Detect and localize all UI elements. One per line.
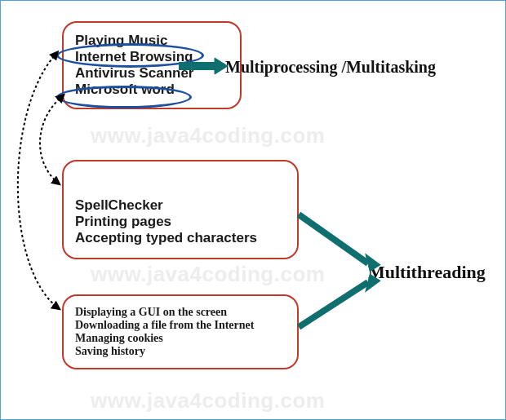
- thread-item: Accepting typed characters: [75, 230, 286, 246]
- watermark-text: www.java4coding.com: [91, 262, 325, 287]
- process-multitasking-box: Playing Music Internet Browsing Antiviru…: [62, 21, 242, 109]
- process-item: Microsoft word: [75, 82, 229, 98]
- arrow-box2-to-multithreading: [299, 214, 368, 263]
- arrow-box3-to-multithreading: [299, 282, 368, 327]
- thread-item: Managing cookies: [75, 332, 286, 345]
- thread-item: Downloading a file from the Internet: [75, 319, 286, 332]
- thread-item: Saving history: [75, 345, 286, 358]
- watermark-text: www.java4coding.com: [91, 388, 325, 413]
- dotted-arrow-word-to-box2: [40, 99, 60, 184]
- process-item: Internet Browsing: [75, 49, 229, 65]
- multiprocessing-label: Multiprocessing /Multitasking: [225, 58, 436, 77]
- thread-item: Displaying a GUI on the screen: [75, 306, 286, 319]
- multithreading-label: Multithreading: [368, 262, 486, 283]
- thread-browser-box: Displaying a GUI on the screen Downloadi…: [62, 294, 299, 369]
- thread-item: Printing pages: [75, 214, 286, 230]
- process-item: Antivirus Scanner: [75, 65, 229, 82]
- watermark-text: www.java4coding.com: [91, 123, 325, 148]
- thread-item: SpellChecker: [75, 197, 286, 214]
- process-item: Playing Music: [75, 33, 229, 49]
- thread-word-box: SpellChecker Printing pages Accepting ty…: [62, 160, 299, 259]
- dotted-arrow-browsing-to-box3: [18, 56, 60, 309]
